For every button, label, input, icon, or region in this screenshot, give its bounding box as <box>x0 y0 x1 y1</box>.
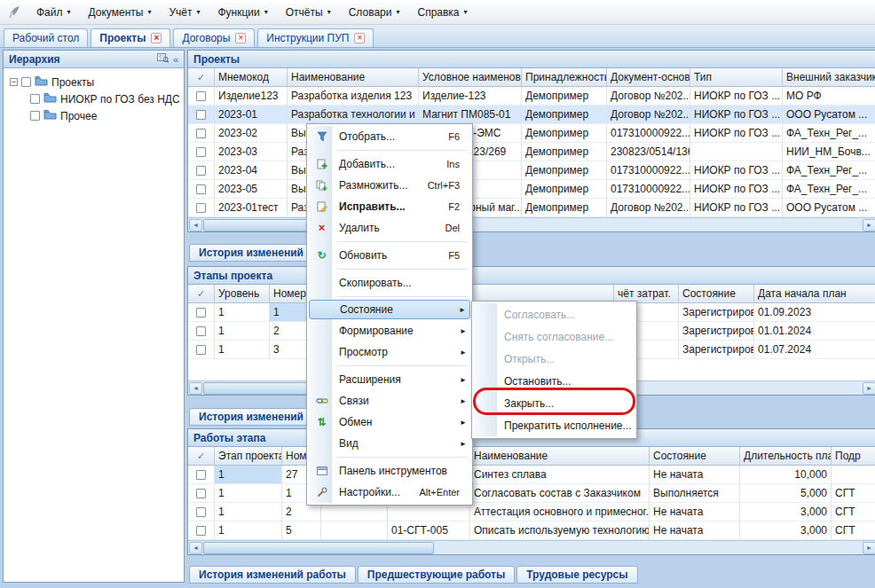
table-cell[interactable]: ООО Русатом ... <box>783 199 875 217</box>
tree-node-other[interactable]: Прочее <box>5 107 182 124</box>
menu-item-copy[interactable]: Скопировать... <box>309 272 470 294</box>
table-cell[interactable]: 2023-04 <box>215 161 288 180</box>
table-cell[interactable]: 1 <box>215 484 282 503</box>
table-cell[interactable]: 2023-02 <box>215 124 288 143</box>
table-cell[interactable]: Демопример <box>522 161 607 180</box>
table-row[interactable]: 2023-05 Выполнение Демопример 0173100009… <box>188 180 875 199</box>
table-cell[interactable]: НИОКР по ГОЗ ... <box>690 106 783 124</box>
menu-item-refresh[interactable]: ↻ Обновить F5 <box>309 245 470 266</box>
column-header[interactable]: Дата начала план <box>754 285 875 303</box>
table-cell[interactable] <box>832 466 875 484</box>
table-cell[interactable]: 017310000922... <box>607 124 690 143</box>
table-cell[interactable]: СГТ <box>832 503 875 521</box>
table-cell[interactable]: 01.01.2024 <box>754 322 875 341</box>
row-checkbox[interactable] <box>196 489 206 498</box>
table-cell[interactable]: ФА_Техн_Рег_... <box>783 161 875 180</box>
table-cell[interactable] <box>388 503 470 521</box>
column-header[interactable]: Состояние <box>650 447 740 466</box>
row-checkbox[interactable] <box>196 526 206 536</box>
scroll-right-icon[interactable]: ► <box>863 219 875 231</box>
column-header[interactable]: Мнемокод <box>215 68 288 87</box>
find-icon[interactable] <box>157 53 169 66</box>
row-checkbox[interactable] <box>196 91 206 101</box>
menu-item-links[interactable]: Связи ► <box>309 390 470 412</box>
row-checkbox[interactable] <box>196 326 206 336</box>
menu-item-formation[interactable]: Формирование ► <box>309 320 470 341</box>
menu-documents[interactable]: Документы▾ <box>81 4 160 21</box>
menu-help[interactable]: Справка▾ <box>409 4 475 21</box>
column-header[interactable]: Принадлежность <box>522 68 607 87</box>
table-row[interactable]: 1 5 01-СГТ-005 Описать используемую техн… <box>188 521 875 540</box>
tree-node-niokr[interactable]: НИОКР по ГОЗ без НДС <box>5 90 182 107</box>
column-header[interactable]: Уровень <box>215 285 270 303</box>
collapse-panel-icon[interactable]: « <box>173 54 178 65</box>
table-cell[interactable]: 01-СГТ-005 <box>388 521 470 540</box>
menu-item-filter[interactable]: Отобрать... F6 <box>309 126 470 147</box>
menu-item-add[interactable]: Добавить... Ins <box>309 153 470 175</box>
table-cell[interactable]: Выполняется <box>650 484 740 503</box>
menu-item-view[interactable]: Вид ► <box>309 433 470 454</box>
submenu-item-terminate[interactable]: Прекратить исполнение... <box>474 414 635 436</box>
table-cell[interactable]: МО РФ <box>783 87 875 106</box>
table-cell[interactable]: Не начата <box>650 503 740 521</box>
table-cell[interactable]: НИОКР по ГОЗ ... <box>690 199 783 217</box>
select-all-header[interactable]: ✓ <box>188 68 215 87</box>
row-checkbox[interactable] <box>196 507 206 517</box>
table-cell[interactable] <box>690 143 783 161</box>
select-all-header[interactable]: ✓ <box>188 447 215 466</box>
table-cell[interactable]: 01.07.2024 <box>754 341 875 359</box>
horizontal-scrollbar[interactable]: ◄ ► <box>188 540 875 554</box>
menu-accounting[interactable]: Учёт▾ <box>161 4 208 21</box>
scrollbar-thumb[interactable] <box>203 542 434 554</box>
table-cell[interactable]: 10,000 <box>740 466 832 484</box>
tab-projects[interactable]: Проекты× <box>91 28 170 47</box>
tree-checkbox[interactable] <box>30 94 40 104</box>
menu-dictionaries[interactable]: Словари▾ <box>341 4 408 21</box>
table-cell-focused[interactable]: 1 <box>215 466 282 484</box>
table-cell[interactable]: 3,000 <box>740 521 832 540</box>
table-cell[interactable]: Аттестация основного и примесног... <box>470 503 650 521</box>
table-row[interactable]: 1 1 Согласовать состав с Заказчиком Выпо… <box>188 484 875 503</box>
table-cell[interactable]: ФА_Техн_Рег_... <box>783 124 875 143</box>
table-cell[interactable]: 5,000 <box>740 484 832 503</box>
table-cell[interactable]: Зарегистрирован <box>679 303 754 322</box>
table-cell[interactable]: 1 <box>215 341 270 359</box>
menu-item-toolbar[interactable]: Панель инструментов <box>309 460 470 482</box>
menu-item-delete[interactable]: × Удалить Del <box>309 217 470 239</box>
close-icon[interactable]: × <box>235 33 246 43</box>
row-checkbox[interactable] <box>196 129 206 138</box>
table-cell[interactable]: Демопример <box>522 180 607 199</box>
table-cell[interactable]: 230823/0514/136 <box>607 143 690 161</box>
table-cell[interactable]: Договор №202... <box>607 199 690 217</box>
table-cell[interactable]: НИОКР по ГОЗ ... <box>690 180 783 199</box>
tab-predecessor-works[interactable]: Предшествующие работы <box>358 566 515 584</box>
column-header[interactable]: Этап проекта <box>215 447 282 466</box>
menu-item-exchange[interactable]: ⇅ Обмен ► <box>309 412 470 433</box>
table-cell[interactable]: 3,000 <box>740 503 832 521</box>
table-cell[interactable]: Разработка технологии и <box>288 106 419 124</box>
table-cell[interactable]: ООО Русатом ... <box>783 106 875 124</box>
menu-reports[interactable]: Отчёты▾ <box>278 4 339 21</box>
row-checkbox[interactable] <box>196 184 206 194</box>
scroll-right-icon[interactable]: ► <box>863 542 875 554</box>
table-cell[interactable]: 1 <box>215 303 270 322</box>
scroll-right-icon[interactable]: ► <box>863 382 875 395</box>
scroll-left-icon[interactable]: ◄ <box>189 542 202 554</box>
table-cell[interactable]: Демопример <box>522 143 607 161</box>
table-cell[interactable]: СГТ <box>832 521 875 540</box>
table-cell[interactable]: 2023-05 <box>215 180 288 199</box>
column-header[interactable]: Тип <box>690 68 783 87</box>
table-cell[interactable]: 017310000922... <box>607 161 690 180</box>
table-cell[interactable]: НИОКР по ГОЗ ... <box>690 161 783 180</box>
table-cell[interactable]: 01.09.2023 <box>754 303 875 322</box>
table-cell[interactable] <box>321 503 388 521</box>
close-icon[interactable]: × <box>354 33 365 43</box>
column-header[interactable]: Наименование <box>288 68 419 87</box>
table-cell[interactable]: Согласовать состав с Заказчиком <box>470 484 650 503</box>
menu-item-edit[interactable]: Исправить... F2 <box>309 196 470 217</box>
table-cell[interactable]: Демопример <box>522 87 607 106</box>
table-cell[interactable]: Описать используемую технологию <box>470 521 650 540</box>
row-checkbox[interactable] <box>196 147 206 157</box>
row-checkbox[interactable] <box>196 110 206 120</box>
table-cell[interactable]: Синтез сплава <box>470 466 650 484</box>
